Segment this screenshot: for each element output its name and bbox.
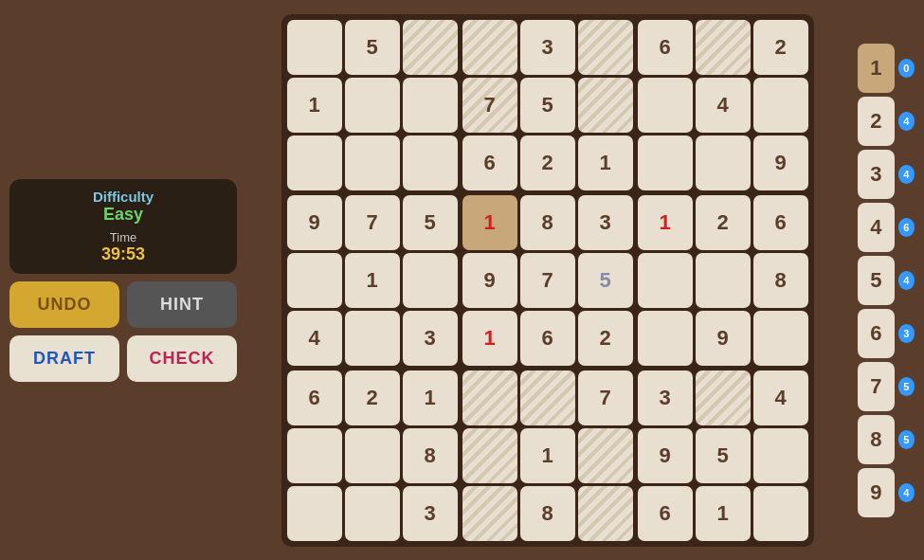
cell-4-0[interactable] [287, 253, 342, 308]
cell-7-6[interactable]: 9 [638, 428, 693, 483]
cell-2-0[interactable] [287, 135, 342, 190]
cell-4-7[interactable] [696, 253, 751, 308]
cell-6-1[interactable]: 2 [345, 370, 400, 425]
difficulty-value: Easy [21, 205, 226, 225]
cell-4-8[interactable]: 8 [753, 253, 808, 308]
cell-6-0[interactable]: 6 [287, 370, 342, 425]
cell-2-6[interactable] [638, 135, 693, 190]
cell-0-5[interactable] [578, 20, 633, 75]
cell-2-8[interactable]: 9 [753, 135, 808, 190]
cell-8-8[interactable] [753, 486, 808, 541]
cell-8-2[interactable]: 3 [403, 486, 458, 541]
number-item-8: 85 [858, 415, 915, 464]
number-count-4: 6 [898, 218, 915, 237]
number-button-1[interactable]: 1 [858, 44, 895, 93]
cell-5-0[interactable]: 4 [287, 311, 342, 366]
cell-7-2[interactable]: 8 [403, 428, 458, 483]
cell-1-7[interactable]: 4 [696, 78, 751, 133]
cell-4-3[interactable]: 9 [462, 253, 517, 308]
cell-7-5[interactable] [578, 428, 633, 483]
cell-6-8[interactable]: 4 [753, 370, 808, 425]
number-button-3[interactable]: 3 [858, 150, 895, 199]
cell-4-5[interactable]: 5 [578, 253, 633, 308]
cell-3-3[interactable]: 1 [462, 195, 517, 250]
cell-7-4[interactable]: 1 [520, 428, 575, 483]
cell-0-2[interactable] [403, 20, 458, 75]
cell-5-7[interactable]: 9 [696, 311, 751, 366]
number-button-9[interactable]: 9 [858, 468, 895, 517]
cell-4-2[interactable] [403, 253, 458, 308]
number-item-1: 10 [858, 44, 915, 93]
cell-5-2[interactable]: 3 [403, 311, 458, 366]
cell-1-4[interactable]: 5 [520, 78, 575, 133]
cell-8-3[interactable] [462, 486, 517, 541]
cell-1-2[interactable] [403, 78, 458, 133]
cell-2-1[interactable] [345, 135, 400, 190]
cell-6-3[interactable] [462, 370, 517, 425]
cell-2-4[interactable]: 2 [520, 135, 575, 190]
cell-3-6[interactable]: 1 [638, 195, 693, 250]
number-button-2[interactable]: 2 [858, 97, 895, 146]
cell-8-0[interactable] [287, 486, 342, 541]
cell-0-7[interactable] [696, 20, 751, 75]
cell-3-2[interactable]: 5 [403, 195, 458, 250]
cell-2-5[interactable]: 1 [578, 135, 633, 190]
cell-5-8[interactable] [753, 311, 808, 366]
cell-1-5[interactable] [578, 78, 633, 133]
cell-6-7[interactable] [696, 370, 751, 425]
cell-6-2[interactable]: 1 [403, 370, 458, 425]
cell-6-4[interactable] [520, 370, 575, 425]
cell-8-6[interactable]: 6 [638, 486, 693, 541]
cell-1-1[interactable] [345, 78, 400, 133]
cell-3-7[interactable]: 2 [696, 195, 751, 250]
cell-3-5[interactable]: 3 [578, 195, 633, 250]
cell-8-5[interactable] [578, 486, 633, 541]
cell-1-3[interactable]: 7 [462, 78, 517, 133]
difficulty-label: Difficulty [21, 189, 226, 205]
cell-4-4[interactable]: 7 [520, 253, 575, 308]
cell-5-5[interactable]: 2 [578, 311, 633, 366]
cell-0-3[interactable] [462, 20, 517, 75]
cell-8-1[interactable] [345, 486, 400, 541]
cell-6-5[interactable]: 7 [578, 370, 633, 425]
cell-1-6[interactable] [638, 78, 693, 133]
cell-5-1[interactable] [345, 311, 400, 366]
cell-5-3[interactable]: 1 [462, 311, 517, 366]
cell-7-0[interactable] [287, 428, 342, 483]
cell-0-0[interactable] [287, 20, 342, 75]
cell-7-3[interactable] [462, 428, 517, 483]
number-button-6[interactable]: 6 [858, 309, 895, 358]
number-button-5[interactable]: 5 [858, 256, 895, 305]
cell-0-8[interactable]: 2 [753, 20, 808, 75]
number-button-4[interactable]: 4 [858, 203, 895, 252]
undo-button[interactable]: UNDO [9, 281, 119, 328]
cell-3-0[interactable]: 9 [287, 195, 342, 250]
number-button-7[interactable]: 7 [858, 362, 895, 411]
cell-0-6[interactable]: 6 [638, 20, 693, 75]
cell-4-6[interactable] [638, 253, 693, 308]
cell-1-0[interactable]: 1 [287, 78, 342, 133]
cell-2-2[interactable] [403, 135, 458, 190]
cell-7-1[interactable] [345, 428, 400, 483]
cell-3-4[interactable]: 8 [520, 195, 575, 250]
cell-5-4[interactable]: 6 [520, 311, 575, 366]
hint-button[interactable]: HINT [127, 281, 237, 328]
number-count-1: 0 [898, 59, 915, 78]
cell-1-8[interactable] [753, 78, 808, 133]
cell-7-8[interactable] [753, 428, 808, 483]
cell-2-3[interactable]: 6 [462, 135, 517, 190]
cell-7-7[interactable]: 5 [696, 428, 751, 483]
cell-3-8[interactable]: 6 [753, 195, 808, 250]
cell-8-7[interactable]: 1 [696, 486, 751, 541]
cell-8-4[interactable]: 8 [520, 486, 575, 541]
cell-4-1[interactable]: 1 [345, 253, 400, 308]
cell-5-6[interactable] [638, 311, 693, 366]
cell-0-4[interactable]: 3 [520, 20, 575, 75]
cell-0-1[interactable]: 5 [345, 20, 400, 75]
draft-button[interactable]: DRAFT [9, 335, 119, 382]
cell-2-7[interactable] [696, 135, 751, 190]
cell-6-6[interactable]: 3 [638, 370, 693, 425]
cell-3-1[interactable]: 7 [345, 195, 400, 250]
number-button-8[interactable]: 8 [858, 415, 895, 464]
check-button[interactable]: CHECK [127, 335, 237, 382]
